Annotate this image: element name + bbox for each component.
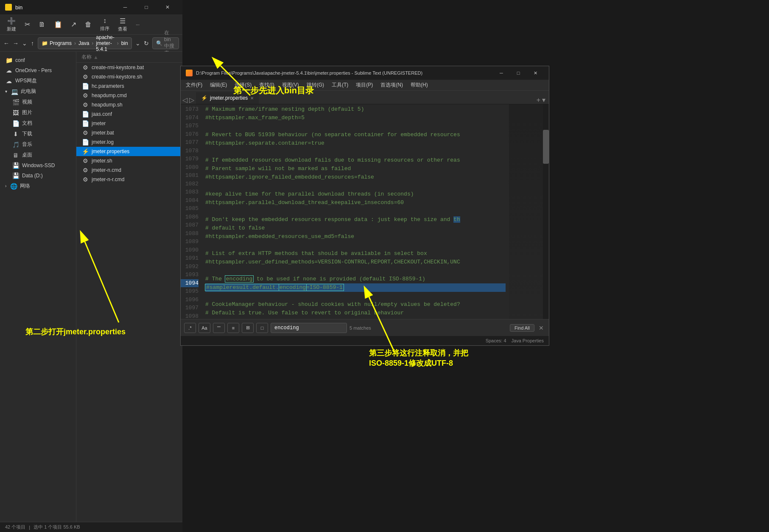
editor-close-button[interactable]: ✕ [527,66,544,80]
code-line-1095 [205,292,506,300]
file-item-jmeter[interactable]: 📄 jmeter [76,119,182,128]
file-item-heapdump-sh[interactable]: ⚙ heapdump.sh [76,100,182,109]
sidebar-label-downloads: 下载 [22,130,32,137]
forward-button[interactable]: → [13,37,19,49]
code-line-1074: #httpsampler.max_frame_depth=5 [205,114,506,122]
sidebar-item-video[interactable]: 🎬 视频 [0,97,76,107]
tab-add-icon[interactable]: + [537,96,540,104]
minimize-button[interactable]: ─ [115,0,135,14]
video-icon: 🎬 [12,99,20,106]
find-regex-button[interactable]: .* [184,323,196,333]
file-item-jmeter-n-cmd[interactable]: ⚙ jmeter-n.cmd [76,165,182,175]
find-all-button[interactable]: Find All [510,324,534,332]
path-java: Java [78,40,89,46]
up-button[interactable]: ↑ [31,37,34,49]
file-item-heapdump-cmd[interactable]: ⚙ heapdump.cmd [76,91,182,100]
sh-icon: ⚙ [81,101,89,108]
editor-minimize-button[interactable]: ─ [493,66,510,80]
file-item-create-rmi-sh[interactable]: ⚙ create-rmi-keystore.sh [76,72,182,81]
code-line-1087: # default to false [205,224,506,232]
refresh-button[interactable]: ↻ [144,37,149,49]
tab-close-icon[interactable]: ✕ [250,96,254,101]
sidebar-label-datad: Data (D:) [22,173,43,179]
file-item-jmeter-bat[interactable]: ⚙ jmeter.bat [76,128,182,137]
file-name: create-rmi-keystore.sh [92,74,142,80]
sidebar-item-music[interactable]: 🎵 音乐 [0,139,76,150]
sidebar-item-conf[interactable]: 📁 conf [0,55,76,65]
editor-maximize-button[interactable]: □ [510,66,527,80]
sidebar-label-video: 视频 [22,98,32,106]
editor-main: 1073 1074 1075 1076 1077 1078 1079 1080 … [181,104,549,319]
address-box[interactable]: 📁 Programs › Java › apache-jmeter-5.4.1 … [38,37,132,49]
paste-button[interactable]: 📋 [50,19,66,30]
recent-button[interactable]: ⌄ [22,37,27,49]
cmd-icon: ⚙ [81,92,89,99]
menu-edit[interactable]: 编辑(E) [207,81,230,90]
code-line-1076: # Revert to BUG 51939 behaviour (no sepa… [205,131,506,139]
sort-button[interactable]: ↕ 排序 [97,15,113,34]
view-button[interactable]: ☰ 查看 [115,15,131,34]
file-item-hc[interactable]: 📄 hc.parameters [76,81,182,91]
share-button[interactable]: ↗ [67,19,80,30]
copy-button[interactable]: 🗎 [35,19,49,30]
find-wrap-button[interactable]: ≡ [227,323,239,333]
sidebar-item-onedrive[interactable]: ☁ OneDrive - Pers [0,65,76,76]
sidebar-item-windows-ssd[interactable]: 💾 Windows-SSD [0,160,76,171]
menu-tools[interactable]: 工具(T) [328,81,352,90]
code-line-1075 [205,122,506,131]
find-close-icon[interactable]: ✕ [537,325,545,331]
find-case-button[interactable]: Aa [199,323,210,333]
paste-icon: 📋 [54,20,62,28]
code-line-1094: #sampleresult.default.encoding=ISO-8859-… [205,283,506,292]
sidebar-item-images[interactable]: 🖼 图片 [0,107,76,118]
menu-preferences[interactable]: 首选项(N) [377,81,406,90]
path-jmeter: apache-jmeter-5.4.1 [96,34,114,52]
find-word-button[interactable]: "" [213,323,225,333]
drive-icon: 💾 [12,162,20,169]
find-input[interactable] [271,323,347,333]
file-name: jmeter.log [92,139,114,145]
delete-button[interactable]: 🗑 [81,19,95,30]
editor-statusbar: Spaces: 4 Java Properties [181,336,549,345]
editor-scrollbar[interactable] [543,104,549,319]
sidebar-item-wps[interactable]: ☁ WPS网盘 [0,76,76,86]
close-button[interactable]: ✕ [158,0,177,14]
new-button[interactable]: ➕ 新建 [3,15,20,34]
tab-chevron-down-icon[interactable]: ▾ [542,96,545,104]
dropdown-button[interactable]: ⌄ [135,37,140,49]
menu-file[interactable]: 文件(F) [182,81,206,90]
code-area[interactable]: # Maximum frame/iframe nesting depth (de… [202,104,509,319]
sidebar-item-docs[interactable]: 📄 文档 [0,118,76,129]
file-item-jmeter-n-r-cmd[interactable]: ⚙ jmeter-n-r.cmd [76,175,182,184]
file-item-jmeter-log[interactable]: 📄 jmeter.log [76,137,182,147]
sidebar-item-downloads[interactable]: ⬇ 下载 [0,129,76,139]
code-line-1091: #httpsampler.user_defined_methods=VERSIO… [205,258,506,266]
cut-button[interactable]: ✂ [21,19,34,30]
file-item-create-rmi-bat[interactable]: ⚙ create-rmi-keystore.bat [76,63,182,72]
file-name: jmeter.bat [92,130,114,136]
code-line-1082 [205,182,506,190]
drive-icon: 💾 [12,172,20,179]
menu-project[interactable]: 项目(P) [352,81,376,90]
search-box[interactable]: 🔍 在 bin 中搜索 [152,37,179,49]
menu-help[interactable]: 帮助(H) [407,81,431,90]
encoding-info: Java Properties [512,338,544,343]
log-icon: 📄 [81,139,89,146]
find-context-button[interactable]: ⊞ [242,323,254,333]
file-item-jaas[interactable]: 📄 jaas.conf [76,109,182,119]
file-name: hc.parameters [92,83,124,89]
tab-right-arrow[interactable]: ▷ [189,96,194,104]
window-controls: ─ □ ✕ [115,0,177,14]
more-button[interactable]: ··· [132,20,143,29]
sidebar-item-datad[interactable]: 💾 Data (D:) [0,171,76,181]
file-item-jmeter-sh[interactable]: ⚙ jmeter.sh [76,156,182,165]
find-highlight-button[interactable]: □ [256,323,268,333]
sidebar-item-network[interactable]: › 🌐 网络 [0,181,76,191]
maximize-button[interactable]: □ [137,0,156,14]
file-item-jmeter-properties[interactable]: ⚡ jmeter.properties [76,147,182,156]
tab-left-arrow[interactable]: ◁ [182,96,187,104]
sidebar-label-docs: 文档 [22,120,32,127]
sidebar-item-desktop[interactable]: 🖥 桌面 [0,150,76,160]
sidebar-item-thispc[interactable]: ▾ 💻 此电脑 [0,86,76,97]
back-button[interactable]: ← [3,37,9,49]
